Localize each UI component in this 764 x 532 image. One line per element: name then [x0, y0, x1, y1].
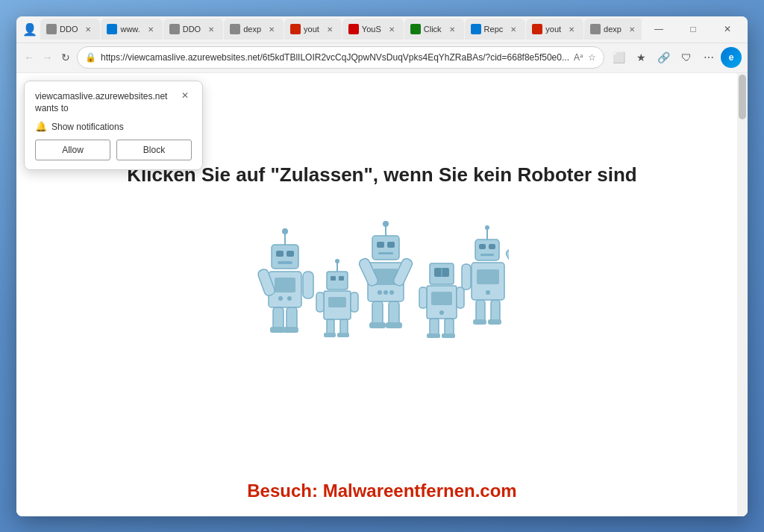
- svg-rect-4: [286, 251, 294, 257]
- svg-rect-18: [327, 272, 348, 290]
- svg-point-9: [287, 296, 292, 301]
- svg-rect-57: [442, 334, 455, 338]
- svg-point-38: [383, 290, 388, 295]
- tab-label-t4: dexp: [243, 25, 261, 34]
- tab-bar: DDO ✕ www. ✕ DDO ✕ dexp ✕ yout ✕: [40, 16, 642, 43]
- profile-icon[interactable]: 👤: [19, 19, 40, 40]
- svg-rect-22: [328, 297, 346, 307]
- tab-favicon-t10: [590, 24, 601, 34]
- svg-rect-60: [475, 240, 499, 260]
- reload-button[interactable]: ↻: [59, 47, 72, 68]
- address-bar[interactable]: 🔒 https://viewcamaslive.azurewebsites.ne…: [77, 46, 604, 69]
- forward-button[interactable]: →: [40, 47, 54, 68]
- lock-icon: 🔒: [85, 52, 96, 63]
- svg-rect-43: [389, 301, 399, 325]
- tab-close-t5[interactable]: ✕: [324, 23, 336, 35]
- tab-label-t7: Click: [424, 25, 442, 34]
- tab-favicon-t1: [46, 24, 57, 34]
- notification-popup: viewcamaslive.azurewebsites.net wants to…: [24, 81, 203, 171]
- tab-close-t3[interactable]: ✕: [205, 23, 217, 35]
- tab-label-t2: www.: [120, 25, 140, 34]
- minimize-button[interactable]: —: [642, 16, 676, 43]
- svg-rect-27: [324, 333, 336, 337]
- tab-favicon-t3: [169, 24, 180, 34]
- tab-label-t9: yout: [545, 25, 561, 34]
- tab-favicon-t8: [471, 24, 481, 34]
- svg-rect-50: [431, 292, 452, 305]
- tab-t3[interactable]: DDO ✕: [163, 19, 223, 40]
- tab-label-t6: YouS: [362, 25, 381, 34]
- more-tools-icon[interactable]: ⋯: [698, 47, 719, 68]
- popup-close-button[interactable]: ✕: [178, 89, 192, 102]
- block-button[interactable]: Block: [116, 140, 192, 160]
- svg-point-59: [485, 225, 489, 230]
- svg-rect-15: [284, 327, 298, 333]
- maximize-button[interactable]: □: [676, 16, 710, 43]
- popup-notification-row: 🔔 Show notifications: [35, 121, 192, 132]
- svg-point-17: [335, 259, 339, 263]
- popup-buttons: Allow Block: [35, 140, 192, 160]
- close-button[interactable]: ✕: [710, 16, 745, 43]
- popup-notification-text: Show notifications: [51, 122, 124, 132]
- tab-t5[interactable]: yout ✕: [284, 19, 342, 40]
- scrollbar[interactable]: [737, 73, 748, 516]
- tab-favicon-t9: [532, 24, 542, 34]
- favorites-icon[interactable]: ★: [631, 47, 652, 68]
- svg-rect-61: [479, 244, 486, 249]
- tab-t6[interactable]: YouS ✕: [342, 19, 404, 40]
- browser-essentials-icon[interactable]: 🛡: [676, 47, 697, 68]
- scrollbar-thumb[interactable]: [739, 75, 746, 119]
- browser-window: 👤 DDO ✕ www. ✕ DDO ✕ dexp ✕: [16, 16, 748, 516]
- window-controls: — □ ✕: [642, 16, 745, 43]
- tab-close-t7[interactable]: ✕: [446, 23, 458, 35]
- tab-favicon-t2: [107, 24, 117, 34]
- edge-copilot-icon[interactable]: e: [721, 47, 742, 68]
- tab-favicon-t5: [290, 24, 301, 34]
- split-view-icon[interactable]: ⬜: [609, 47, 630, 68]
- svg-rect-62: [489, 244, 495, 249]
- tab-t7[interactable]: Click ✕: [404, 19, 464, 40]
- tab-close-t9[interactable]: ✕: [566, 23, 577, 35]
- tab-t2[interactable]: www. ✕: [101, 19, 162, 40]
- tab-close-t2[interactable]: ✕: [145, 23, 157, 35]
- bookmark-icon[interactable]: ☆: [588, 52, 596, 63]
- back-button[interactable]: ←: [22, 47, 36, 68]
- svg-rect-34: [378, 252, 393, 254]
- reader-mode-icon[interactable]: Aᵃ: [574, 52, 583, 63]
- svg-point-51: [439, 310, 444, 315]
- url-text: https://viewcamaslive.azurewebsites.net/…: [101, 52, 569, 63]
- tab-t1[interactable]: DDO ✕: [40, 19, 100, 40]
- tab-t4[interactable]: dexp ✕: [224, 19, 284, 40]
- tab-t10[interactable]: dexp ✕: [584, 19, 642, 40]
- svg-rect-56: [427, 334, 440, 338]
- svg-rect-42: [372, 301, 383, 325]
- allow-button[interactable]: Allow: [35, 140, 110, 160]
- tab-close-t10[interactable]: ✕: [626, 23, 638, 35]
- tab-favicon-t4: [230, 24, 240, 34]
- svg-rect-31: [372, 236, 399, 260]
- browser-content: viewcamaslive.azurewebsites.net wants to…: [16, 73, 748, 516]
- svg-rect-44: [369, 322, 386, 328]
- svg-point-8: [278, 296, 283, 301]
- toolbar-icons: ⬜ ★ 🔗 🛡 ⋯ e: [609, 47, 742, 68]
- page-headline: Klicken Sie auf "Zulassen", wenn Sie kei…: [127, 163, 637, 187]
- tab-label-t5: yout: [304, 25, 319, 34]
- robots-illustration: [255, 216, 509, 366]
- tab-close-t1[interactable]: ✕: [82, 23, 94, 35]
- tab-t9[interactable]: yout ✕: [526, 19, 583, 40]
- svg-rect-71: [473, 319, 486, 325]
- svg-point-66: [486, 290, 490, 295]
- tab-label-t8: Repc: [484, 25, 504, 34]
- svg-rect-69: [476, 300, 485, 322]
- tab-t8[interactable]: Repc ✕: [465, 19, 526, 40]
- svg-rect-14: [270, 327, 285, 333]
- svg-rect-12: [273, 307, 284, 330]
- collections-icon[interactable]: 🔗: [654, 47, 674, 68]
- tab-label-t3: DDO: [183, 25, 201, 34]
- tab-close-t8[interactable]: ✕: [507, 23, 519, 35]
- svg-rect-52: [419, 287, 427, 308]
- tab-close-t6[interactable]: ✕: [386, 23, 398, 35]
- tab-favicon-t7: [410, 24, 421, 34]
- svg-rect-63: [480, 254, 494, 256]
- tab-close-t4[interactable]: ✕: [266, 23, 278, 35]
